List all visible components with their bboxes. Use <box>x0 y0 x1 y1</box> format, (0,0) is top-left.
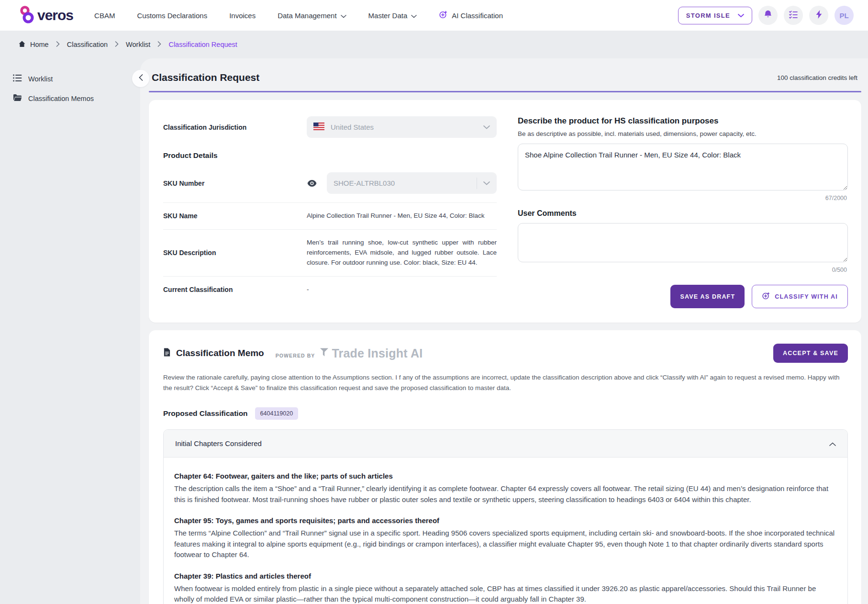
current-classification-value: - <box>307 285 497 295</box>
powered-by: POWERED BY Trade Insight AI <box>276 347 423 360</box>
classification-memo-card: Classification Memo POWERED BY Trade Ins… <box>149 330 861 604</box>
user-comments-input[interactable] <box>518 223 848 262</box>
checklist-icon <box>789 10 798 21</box>
breadcrumb-worklist[interactable]: Worklist <box>126 41 150 48</box>
chevron-up-icon <box>829 439 836 447</box>
main-panel: Classification Request 100 classificatio… <box>140 58 868 604</box>
notifications-button[interactable] <box>758 6 778 25</box>
sparkle-plus-icon <box>762 291 770 302</box>
tenant-selector[interactable]: STORM ISLE <box>678 7 752 24</box>
sku-name-row: SKU Name Alpine Collection Trail Runner … <box>163 203 497 229</box>
product-description-input[interactable]: Shoe Alpine Collection Trail Runner - Me… <box>518 144 848 190</box>
chapter-64-body: The description calls the item a “Shoe” … <box>174 483 837 505</box>
list-icon <box>13 74 22 83</box>
sku-number-value: SHOE-ALTRBL030 <box>334 179 395 187</box>
chapter-block: Chapter 95: Toys, games and sports requi… <box>174 516 837 560</box>
initial-chapters-accordion-header[interactable]: Initial Chapters Considered <box>164 430 847 458</box>
chevron-down-icon <box>411 11 417 20</box>
proposed-classification-label: Proposed Classification <box>163 409 248 418</box>
user-comments-heading: User Comments <box>518 209 848 218</box>
sidebar-collapse-button[interactable] <box>132 70 149 87</box>
product-details-heading: Product Details <box>163 151 497 160</box>
document-icon <box>163 347 171 359</box>
quick-actions-button[interactable] <box>809 6 828 25</box>
credits-remaining: 100 classification credits left <box>777 74 857 81</box>
breadcrumb-separator-icon <box>115 40 119 49</box>
save-as-draft-button[interactable]: SAVE AS DRAFT <box>670 285 745 308</box>
describe-column: Describe the product for HS classificati… <box>518 116 848 308</box>
page-title: Classification Request <box>152 72 259 83</box>
preview-eye-icon[interactable] <box>307 179 327 187</box>
lightning-icon <box>815 10 823 21</box>
sidebar-item-worklist[interactable]: Worklist <box>0 69 140 89</box>
comments-char-counter: 0/500 <box>519 267 847 273</box>
memo-title: Classification Memo <box>163 347 264 359</box>
current-classification-label: Current Classification <box>163 286 307 293</box>
sparkle-plus-icon <box>439 10 448 21</box>
accept-and-save-button[interactable]: ACCEPT & SAVE <box>773 344 848 363</box>
accent-divider <box>149 91 861 92</box>
trade-insight-logo: Trade Insight AI <box>319 347 423 360</box>
describe-heading: Describe the product for HS classificati… <box>518 116 848 126</box>
breadcrumb-home[interactable]: Home <box>18 40 49 49</box>
home-icon <box>18 40 26 49</box>
chevron-left-icon <box>139 74 143 83</box>
chapter-39-body: When footwear is molded entirely from pl… <box>174 583 837 604</box>
initial-chapters-content: Chapter 64: Footwear, gaiters and the li… <box>164 458 847 604</box>
user-avatar[interactable]: PL <box>835 6 854 25</box>
chapter-39-heading: Chapter 39: Plastics and articles thereo… <box>174 572 837 580</box>
sku-name-label: SKU Name <box>163 212 307 220</box>
sku-description-label: SKU Description <box>163 249 307 257</box>
sku-name-value: Alpine Collection Trail Runner - Men, EU… <box>307 211 497 221</box>
proposed-classification-row: Proposed Classification 6404119020 <box>163 407 848 420</box>
memo-header: Classification Memo POWERED BY Trade Ins… <box>163 344 848 363</box>
sku-number-row: SKU Number SHOE-ALTRBL030 <box>163 168 497 202</box>
sku-description-row: SKU Description Men’s trail running shoe… <box>163 230 497 276</box>
chevron-down-icon <box>738 12 744 19</box>
breadcrumb-classification-request: Classification Request <box>168 41 237 48</box>
sku-number-select[interactable]: SHOE-ALTRBL030 <box>327 172 497 194</box>
nav-item-cbam[interactable]: CBAM <box>94 11 115 20</box>
jurisdiction-label: Classification Jurisdiction <box>163 123 307 131</box>
top-navigation-bar: veros CBAM Customs Declarations Invoices… <box>0 0 868 31</box>
initial-chapters-accordion: Initial Chapters Considered Chapter 64: … <box>163 429 848 604</box>
nav-item-invoices[interactable]: Invoices <box>229 11 256 20</box>
folder-icon <box>13 94 22 103</box>
sku-description-value: Men’s trail running shoe, low-cut synthe… <box>307 238 497 268</box>
breadcrumb-classification[interactable]: Classification <box>67 41 108 48</box>
jurisdiction-select[interactable]: United States <box>307 116 497 138</box>
nav-item-ai-classification[interactable]: AI Classification <box>439 10 503 21</box>
classification-request-card: Classification Jurisdiction United S <box>149 100 861 323</box>
breadcrumb-separator-icon <box>56 40 60 49</box>
veros-logo-icon <box>18 4 35 26</box>
primary-nav: CBAM Customs Declarations Invoices Data … <box>94 10 503 21</box>
veros-logo[interactable]: veros <box>18 4 73 26</box>
sidebar: Worklist Classification Memos <box>0 58 140 604</box>
bell-icon <box>763 10 773 21</box>
sidebar-item-classification-memos[interactable]: Classification Memos <box>0 89 140 108</box>
classify-with-ai-button[interactable]: CLASSIFY WITH AI <box>752 285 848 308</box>
current-classification-row: Current Classification - <box>163 277 497 303</box>
breadcrumb: Home Classification Worklist Classificat… <box>0 31 868 58</box>
jurisdiction-value: United States <box>331 123 374 131</box>
us-flag-icon <box>313 123 324 132</box>
chevron-down-icon <box>341 11 346 20</box>
chevron-down-icon <box>483 125 490 129</box>
nav-item-data-management[interactable]: Data Management <box>278 11 346 20</box>
nav-item-master-data[interactable]: Master Data <box>368 11 417 20</box>
chapter-block: Chapter 64: Footwear, gaiters and the li… <box>174 472 837 505</box>
sku-number-label: SKU Number <box>163 179 307 187</box>
chapter-95-body: The terms “Alpine Collection” and “Trail… <box>174 528 837 560</box>
flag-banner-icon <box>319 347 329 360</box>
topbar-actions: STORM ISLE <box>678 6 854 25</box>
chapter-95-heading: Chapter 95: Toys, games and sports requi… <box>174 516 837 525</box>
nav-item-customs-declarations[interactable]: Customs Declarations <box>137 11 207 20</box>
jurisdiction-row: Classification Jurisdiction United S <box>163 116 497 138</box>
chapter-64-heading: Chapter 64: Footwear, gaiters and the li… <box>174 472 837 480</box>
product-form-column: Classification Jurisdiction United S <box>163 116 497 308</box>
tasks-button[interactable] <box>784 6 803 25</box>
page-body: Worklist Classification Memos Classifica… <box>0 58 868 604</box>
description-char-counter: 67/2000 <box>519 195 847 201</box>
memo-review-instructions: Review the rationale carefully, paying c… <box>163 372 848 393</box>
brand-name: veros <box>37 7 73 23</box>
